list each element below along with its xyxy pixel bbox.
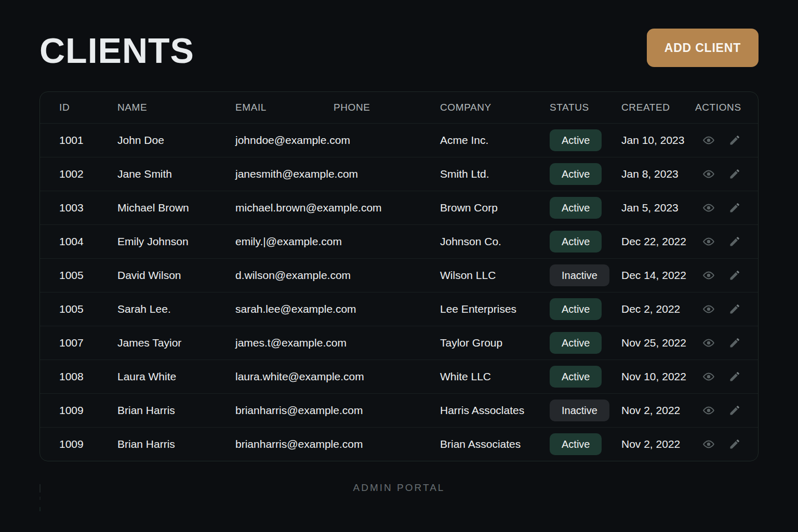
status-badge: Active [550, 332, 602, 354]
cell-email: brianharris@example.com [235, 438, 334, 450]
status-badge: Inactive [550, 264, 609, 286]
edit-button[interactable] [728, 337, 741, 349]
cell-actions [695, 202, 739, 214]
table-row: 1007 James Tayior james.t@example.com Ta… [40, 326, 758, 360]
eye-icon [702, 134, 715, 147]
edit-button[interactable] [728, 202, 741, 214]
cell-actions [695, 404, 739, 417]
cell-status: Active [550, 366, 621, 388]
edit-button[interactable] [728, 168, 741, 180]
table-row: 1001 John Doe johndoe@example.com Acme I… [40, 123, 758, 157]
view-button[interactable] [702, 134, 715, 147]
cell-company: Acme Inc. [440, 134, 550, 147]
view-button[interactable] [702, 337, 715, 349]
cell-id: 1001 [59, 134, 117, 147]
status-badge: Active [550, 366, 602, 388]
view-button[interactable] [702, 202, 715, 214]
pencil-icon [728, 269, 741, 282]
eye-icon [702, 337, 715, 349]
column-header-email: EMAIL [235, 102, 334, 113]
cell-actions [695, 134, 739, 147]
cell-status: Active [550, 163, 621, 185]
status-badge: Active [550, 129, 602, 151]
edit-button[interactable] [728, 404, 741, 417]
view-button[interactable] [702, 438, 715, 450]
view-button[interactable] [702, 370, 715, 383]
view-button[interactable] [702, 303, 715, 315]
cell-name: Laura White [117, 370, 235, 383]
cell-actions [695, 438, 739, 450]
cell-id: 1007 [59, 337, 117, 349]
cell-email: emily.|@example.com [235, 235, 334, 248]
add-client-button[interactable]: ADD CLIENT [647, 29, 759, 67]
cell-name: Sarah Lee. [117, 303, 235, 315]
clients-table: IDNAMEEMAILPHONECOMPANYSTATUSCREATEDACTI… [39, 91, 759, 461]
eye-icon [702, 303, 715, 315]
cell-company: Lee Enterprises [440, 303, 550, 315]
edit-button[interactable] [728, 370, 741, 383]
cell-company: Harris Assoclates [440, 404, 550, 417]
table-row: 1004 Emily Johnson emily.|@example.com J… [40, 224, 758, 258]
eye-icon [702, 168, 715, 180]
cell-status: Active [550, 197, 621, 219]
edit-button[interactable] [728, 303, 741, 315]
page-footer: ADMIN PORTAL [0, 482, 798, 494]
pencil-icon [728, 438, 741, 450]
column-header-id: ID [59, 102, 117, 113]
cell-id: 1008 [59, 370, 117, 383]
clients-page: CLIENTS ADD CLIENT IDNAMEEMAILPHONECOMPA… [0, 0, 798, 532]
table-row: 1002 Jane Smith janesmith@example.com Sm… [40, 157, 758, 191]
pencil-icon [728, 370, 741, 383]
cell-email: sarah.lee@example.com [235, 303, 334, 315]
cell-status: Active [550, 332, 621, 354]
cell-name: Jane Smith [117, 168, 235, 180]
status-badge: Active [550, 433, 602, 455]
cell-email: michael.brown@example.com [235, 202, 334, 214]
eye-icon [702, 269, 715, 282]
view-button[interactable] [702, 235, 715, 248]
cell-status: Active [550, 129, 621, 151]
edit-button[interactable] [728, 134, 741, 147]
decorative-edge-artifact [39, 484, 41, 522]
cell-created: Dec 22, 2022 [621, 235, 695, 248]
cell-actions [695, 303, 739, 315]
status-badge: Active [550, 197, 602, 219]
cell-name: James Tayior [117, 337, 235, 349]
cell-name: John Doe [117, 134, 235, 147]
view-button[interactable] [702, 168, 715, 180]
cell-company: Brian Associates [440, 438, 550, 450]
table-row: 1009 Brian Harris brianharris@example.co… [40, 393, 758, 427]
status-badge: Active [550, 231, 602, 252]
cell-email: johndoe@example.com [235, 134, 334, 147]
cell-id: 1003 [59, 202, 117, 214]
cell-id: 1002 [59, 168, 117, 180]
status-badge: Active [550, 163, 602, 185]
cell-created: Nov 2, 2022 [621, 438, 695, 450]
view-button[interactable] [702, 404, 715, 417]
table-row: 1009 Brian Harris brianharris@example.co… [40, 427, 758, 461]
pencil-icon [728, 337, 741, 349]
table-row: 1003 Michael Brown michael.brown@example… [40, 191, 758, 224]
cell-company: Wilson LLC [440, 269, 550, 282]
cell-created: Dec 2, 2022 [621, 303, 695, 315]
cell-name: Emily Johnson [117, 235, 235, 248]
table-header-row: IDNAMEEMAILPHONECOMPANYSTATUSCREATEDACTI… [40, 92, 758, 123]
edit-button[interactable] [728, 438, 741, 450]
eye-icon [702, 202, 715, 214]
view-button[interactable] [702, 269, 715, 282]
cell-email: laura.white@example.com [235, 370, 334, 383]
edit-button[interactable] [728, 269, 741, 282]
cell-id: 1005 [59, 269, 117, 282]
status-badge: Active [550, 298, 602, 320]
pencil-icon [728, 202, 741, 214]
cell-created: Jan 8, 2023 [621, 168, 695, 180]
pencil-icon [728, 404, 741, 417]
cell-actions [695, 337, 739, 349]
edit-button[interactable] [728, 235, 741, 248]
top-bar: CLIENTS ADD CLIENT [0, 0, 798, 70]
cell-status: Active [550, 231, 621, 252]
table-row: 1008 Laura White laura.white@example.com… [40, 360, 758, 393]
cell-status: Active [550, 433, 621, 455]
cell-created: Jan 5, 2023 [621, 202, 695, 214]
eye-icon [702, 235, 715, 248]
